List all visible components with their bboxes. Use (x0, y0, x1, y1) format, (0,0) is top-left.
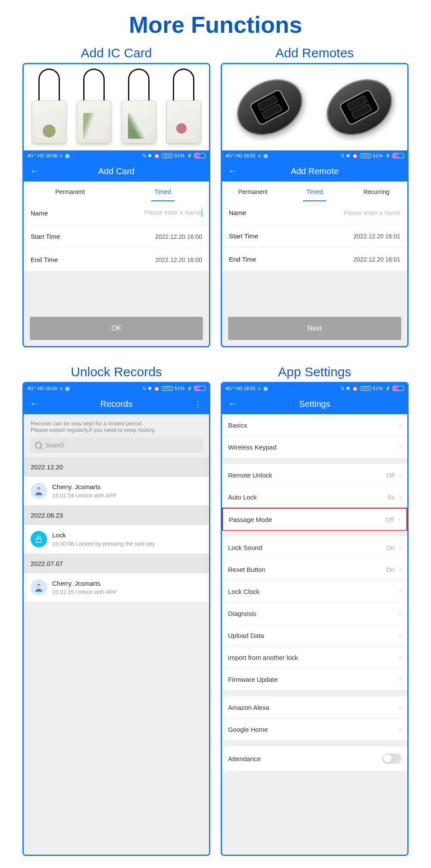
settings-label: Diagnosis (228, 610, 256, 617)
product-image-remotes (222, 64, 407, 150)
settings-row-basics[interactable]: Basics› (222, 414, 407, 436)
status-batt-pct: 51% (175, 386, 185, 391)
row-end-time[interactable]: End Time 2022.12.20 16:00 (24, 248, 209, 272)
settings-row-auto-lock[interactable]: Auto Lock5s› (222, 486, 407, 508)
row-name[interactable]: Name Please enter a Name (24, 201, 209, 225)
record-item[interactable]: Cherry. Jcsmarts10:31:15 Unlock with APP (24, 573, 209, 602)
status-bar: 4G⁺ HD 16:01 ☺ ▦ ℕ ✱ ⏰VPN51%⚡ (222, 383, 407, 393)
start-label: Start Time (31, 233, 60, 240)
status-icons: ℕ ✱ ⏰ (142, 386, 160, 391)
record-item[interactable]: Cherry. Jcsmarts16:01:54 Unlock with APP (24, 477, 209, 506)
row-start-time[interactable]: Start Time 2022.12.20 16:00 (24, 225, 209, 248)
settings-row-import-from-another-lock[interactable]: Import from another lock› (222, 646, 407, 668)
remote-fob-1 (227, 68, 312, 146)
settings-row-wireless-keypad[interactable]: Wireless Keypad› (222, 436, 407, 458)
status-icons: ℕ ✱ ⏰ (340, 153, 358, 159)
back-icon[interactable]: ← (30, 399, 39, 409)
settings-label: Remote Unlock (228, 471, 272, 479)
search-placeholder: Search (45, 442, 64, 449)
screen-title: Records (100, 399, 132, 409)
row-name[interactable]: Name Please enter a Name (222, 201, 407, 225)
avatar-icon (31, 483, 47, 499)
settings-list: Basics›Wireless Keypad›Remote UnlockOff›… (222, 414, 407, 855)
record-item[interactable]: Lock15:30:08 Locked by pressing the lock… (24, 525, 209, 554)
settings-row-amazon-alexa[interactable]: Amazon Alexa› (222, 696, 407, 718)
row-start-time[interactable]: Start Time 2022.12.20 16:01 (222, 225, 407, 248)
section-title-records: Unlock Records (22, 365, 210, 379)
record-subtitle: 16:01:54 Unlock with APP (52, 492, 117, 499)
settings-row-lock-sound[interactable]: Lock SoundOn› (222, 537, 407, 559)
name-label: Name (229, 209, 246, 216)
chevron-right-icon: › (399, 703, 401, 711)
chevron-right-icon: › (399, 471, 401, 479)
lock-icon (31, 531, 47, 547)
title-bar-settings: ← Settings (222, 393, 407, 414)
chevron-right-icon: › (399, 675, 401, 683)
tab-permanent[interactable]: Permanent (222, 181, 284, 201)
end-label: End Time (31, 256, 58, 263)
settings-row-remote-unlock[interactable]: Remote UnlockOff› (222, 464, 407, 486)
chevron-right-icon: › (399, 653, 401, 661)
vpn-badge: VPN (360, 153, 371, 158)
product-image-ic-cards (24, 64, 209, 150)
start-value: 2022.12.20 16:01 (353, 233, 400, 240)
chevron-right-icon: › (399, 493, 401, 501)
settings-label: Passage Mode (229, 516, 272, 523)
settings-label: Wireless Keypad (228, 443, 277, 451)
status-network: 4G⁺ HD (225, 153, 243, 158)
name-label: Name (31, 209, 48, 217)
chevron-right-icon: › (398, 515, 400, 523)
section-title-settings: App Settings (221, 365, 409, 379)
settings-row-google-home[interactable]: Google Home› (222, 718, 407, 740)
status-batt-pct: 51% (175, 153, 185, 158)
notice-line2: Please export regularly,if you need to k… (31, 427, 202, 433)
settings-value: On (386, 566, 395, 573)
search-input[interactable]: Search (30, 437, 203, 453)
tab-recurring[interactable]: Recurring (346, 181, 407, 201)
phone-records: 4G⁺ HD 16:01 ☺ ▦ ℕ ✱ ⏰VPN51%⚡ ← Records … (22, 382, 210, 856)
toggle-switch[interactable] (382, 753, 401, 764)
settings-row-passage-mode[interactable]: Passage ModeOff› (222, 508, 407, 531)
settings-gap (222, 531, 407, 537)
settings-label: Lock Clock (228, 588, 259, 595)
tab-permanent[interactable]: Permanent (24, 181, 116, 201)
chevron-right-icon: › (399, 725, 401, 733)
tab-timed[interactable]: Timed (284, 181, 345, 201)
settings-row-reset-button[interactable]: Reset ButtonOn› (222, 559, 407, 581)
end-label: End Time (229, 256, 256, 263)
name-placeholder: Please enter a Name (344, 209, 400, 216)
settings-label: Lock Sound (228, 544, 262, 551)
status-network: 4G⁺ HD (27, 386, 44, 391)
back-icon[interactable]: ← (30, 166, 39, 176)
settings-row-lock-clock[interactable]: Lock Clock› (222, 581, 407, 603)
text-cursor (202, 209, 202, 217)
battery-icon (393, 153, 404, 158)
status-time: 16:01 (244, 386, 256, 391)
next-button[interactable]: Next (228, 317, 401, 340)
chevron-right-icon: › (399, 443, 401, 451)
settings-row-upload-data[interactable]: Upload Data› (222, 624, 407, 646)
records-date-header: 2022.12.20 (24, 457, 209, 477)
settings-value: On (386, 544, 395, 551)
row-end-time[interactable]: End Time 2022.12.20 16:01 (222, 248, 407, 271)
settings-value: Off (385, 516, 394, 523)
search-icon (35, 442, 42, 449)
settings-row-attendance[interactable]: Attendance (222, 746, 407, 771)
phone-add-remote: 4G⁺ HD 16:01 ☺ ▦ ℕ ✱ ⏰VPN51%⚡ ← Add Remo… (221, 63, 409, 347)
tab-timed[interactable]: Timed (116, 181, 209, 201)
back-icon[interactable]: ← (228, 166, 237, 176)
record-subtitle: 15:30:08 Locked by pressing the lock key (52, 540, 155, 547)
back-icon[interactable]: ← (228, 399, 237, 409)
status-time: 16:00 (46, 153, 58, 158)
status-bar: 4G⁺ HD 16:00 ☺ ▦ ℕ ✱ ⏰VPN51%⚡ (24, 150, 209, 161)
ok-button[interactable]: OK (30, 317, 203, 340)
ic-card-4 (166, 69, 201, 146)
settings-row-firmware-update[interactable]: Firmware Update› (222, 668, 407, 690)
chevron-right-icon: › (399, 631, 401, 639)
records-list: 2022.12.20Cherry. Jcsmarts16:01:54 Unloc… (24, 457, 209, 602)
settings-row-diagnosis[interactable]: Diagnosis› (222, 603, 407, 624)
settings-value: Off (386, 471, 395, 479)
status-time: 16:01 (244, 153, 256, 158)
more-icon[interactable]: ⋮ (194, 399, 202, 409)
status-batt-pct: 51% (373, 386, 383, 391)
